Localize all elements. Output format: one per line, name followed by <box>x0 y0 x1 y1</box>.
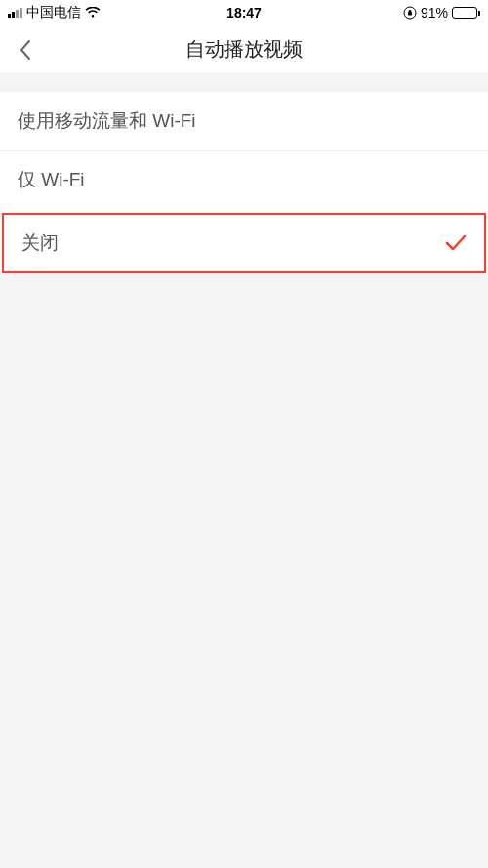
wifi-icon <box>85 7 101 19</box>
status-bar: 中国电信 18:47 91% <box>0 0 488 25</box>
back-button[interactable] <box>12 36 39 63</box>
battery-pct-label: 91% <box>421 5 448 21</box>
orientation-lock-icon <box>403 6 417 20</box>
option-label: 关闭 <box>21 230 59 256</box>
nav-bar: 自动播放视频 <box>0 25 488 74</box>
carrier-label: 中国电信 <box>26 4 81 21</box>
options-list: 使用移动流量和 Wi-Fi 仅 Wi-Fi 关闭 <box>0 92 488 273</box>
page-title: 自动播放视频 <box>185 36 303 62</box>
option-label: 使用移动流量和 Wi-Fi <box>18 108 196 134</box>
chevron-left-icon <box>19 39 32 61</box>
status-time: 18:47 <box>226 5 262 21</box>
status-right: 91% <box>403 5 480 21</box>
check-icon <box>445 234 467 252</box>
option-wifi-only[interactable]: 仅 Wi-Fi <box>0 150 488 209</box>
status-left: 中国电信 <box>8 4 101 21</box>
option-label: 仅 Wi-Fi <box>18 167 85 192</box>
battery-icon <box>452 7 480 19</box>
option-off[interactable]: 关闭 <box>2 213 486 273</box>
option-mobile-and-wifi[interactable]: 使用移动流量和 Wi-Fi <box>0 92 488 150</box>
signal-icon <box>8 8 22 18</box>
